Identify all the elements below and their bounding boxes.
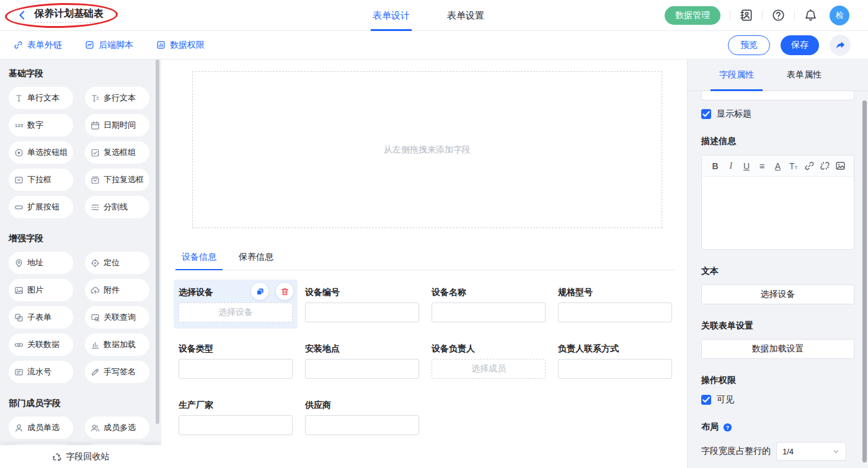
field-pill[interactable]: 成员多选 [85, 417, 149, 439]
field-label: 设备名称 [432, 286, 546, 298]
field-input[interactable] [305, 415, 419, 435]
form-field[interactable]: 负责人联系方式 [553, 336, 677, 385]
field-pill[interactable]: 定位 [85, 252, 149, 274]
tab-field-properties[interactable]: 字段属性 [719, 60, 754, 91]
help-icon[interactable] [772, 9, 785, 22]
align-icon[interactable]: ≡ [757, 161, 768, 171]
header-tabs: 表单设计 表单设置 [373, 0, 484, 31]
field-pill[interactable]: 下拉复选框 [85, 169, 149, 191]
header-left: 保养计划基础表 [0, 7, 104, 23]
form-title[interactable]: 保养计划基础表 [34, 7, 104, 23]
link-icon[interactable] [804, 161, 815, 171]
question-icon[interactable]: ? [723, 423, 732, 432]
field-pill[interactable]: 子表单 [9, 306, 73, 329]
underline-icon[interactable]: U [742, 161, 752, 171]
toolbar-link-link[interactable]: 表单外链 [14, 40, 62, 51]
field-input[interactable] [179, 415, 293, 435]
field-pill[interactable]: 单行文本 [9, 87, 73, 109]
save-button[interactable]: 保存 [781, 35, 819, 55]
dropzone[interactable]: 从左侧拖拽来添加字段 [192, 71, 662, 228]
field-pill[interactable]: 日期时间 [85, 114, 149, 136]
tab-maintenance-info[interactable]: 保养信息 [236, 247, 277, 270]
image-icon[interactable] [835, 161, 846, 171]
field-palette-sidebar: 基础字段单行文本多行文本123数字日期时间单选按钮组复选框组下拉框下拉复选框扩展… [0, 60, 161, 468]
field-actions [251, 283, 293, 300]
field-pill[interactable]: 数据加载 [85, 333, 149, 356]
panel-scrollbar[interactable] [862, 100, 867, 462]
bell-icon[interactable] [804, 9, 817, 22]
preview-button[interactable]: 预览 [728, 35, 770, 55]
field-pill[interactable]: 123数字 [9, 114, 73, 136]
copy-button[interactable] [251, 283, 268, 300]
field-input[interactable] [305, 302, 419, 322]
avatar[interactable]: 检 [830, 6, 849, 25]
field-pill[interactable]: 地址 [9, 252, 73, 274]
share-arrow-icon [835, 40, 846, 50]
select-device-setting-button[interactable]: 选择设备 [701, 285, 854, 304]
field-title-input-partial[interactable] [701, 91, 854, 100]
contact-book-icon[interactable] [740, 9, 753, 22]
delete-button[interactable] [276, 283, 293, 300]
unlink-icon[interactable] [820, 161, 830, 171]
description-content[interactable] [702, 177, 854, 249]
sidebar-scrollbar[interactable] [156, 60, 159, 424]
field-pill[interactable]: 关联数据 [9, 333, 73, 356]
field-pill[interactable]: 单选按钮组 [9, 141, 73, 164]
field-label: 安装地点 [305, 342, 419, 355]
form-field-selected[interactable]: 选择设备选择设备 [174, 280, 298, 329]
bold-icon[interactable]: B [710, 161, 720, 171]
field-input[interactable] [432, 302, 546, 322]
field-pill[interactable]: 成员单选 [9, 417, 73, 439]
data-load-icon [91, 340, 100, 350]
form-field[interactable]: 供应商 [300, 392, 424, 441]
field-input[interactable] [558, 302, 672, 322]
show-title-checkbox[interactable] [701, 109, 711, 119]
italic-icon[interactable]: I [725, 161, 736, 171]
lookup-icon [91, 313, 100, 322]
form-field[interactable]: 设备类型 [174, 336, 298, 385]
field-pill-label: 复选框组 [104, 147, 136, 158]
form-field[interactable]: 设备编号 [300, 280, 424, 329]
tab-form-design[interactable]: 表单设计 [373, 0, 410, 31]
field-placeholder: 选择设备 [218, 307, 253, 318]
field-pill-label: 地址 [27, 257, 43, 268]
field-pill[interactable]: 手写签名 [85, 361, 149, 383]
form-field[interactable]: 生产厂家 [174, 392, 298, 441]
field-recycle-bin[interactable]: 字段回收站 [0, 445, 161, 468]
field-input[interactable]: 选择设备 [179, 302, 293, 322]
tab-device-info[interactable]: 设备信息 [179, 247, 219, 270]
data-manage-button[interactable]: 数据管理 [665, 6, 720, 25]
font-color-icon[interactable]: A [773, 161, 783, 171]
field-pill[interactable]: 下拉框 [9, 169, 73, 191]
divider [762, 11, 763, 20]
toolbar-link-script[interactable]: 后端脚本 [85, 40, 133, 51]
tab-form-properties[interactable]: 表单属性 [787, 60, 822, 91]
back-icon[interactable] [17, 10, 27, 20]
form-field[interactable]: 设备负责人选择成员 [427, 336, 551, 385]
field-pill[interactable]: 分割线 [85, 196, 149, 218]
form-field[interactable]: 规格型号 [553, 280, 677, 329]
tab-form-settings[interactable]: 表单设置 [447, 0, 484, 31]
field-input[interactable] [558, 359, 672, 379]
field-pill[interactable]: 图片 [9, 279, 73, 301]
form-field-grid: 选择设备选择设备设备编号设备名称规格型号设备类型安装地点设备负责人选择成员负责人… [174, 280, 687, 441]
field-input[interactable] [305, 359, 419, 379]
field-pill[interactable]: 关联查询 [85, 306, 149, 329]
field-input[interactable]: 选择成员 [432, 359, 546, 379]
field-input[interactable] [179, 359, 293, 379]
radio-group-icon [14, 148, 24, 157]
font-size-icon[interactable]: TT [788, 161, 799, 171]
field-pill[interactable]: 复选框组 [85, 141, 149, 164]
toolbar-link-data-permission[interactable]: 数据权限 [156, 40, 205, 51]
form-field[interactable]: 设备名称 [427, 280, 551, 329]
field-label: 设备类型 [179, 342, 293, 355]
data-load-settings-button[interactable]: 数据加载设置 [701, 339, 854, 359]
field-pill[interactable]: 扩展按钮 [9, 196, 73, 218]
field-pill[interactable]: 多行文本 [85, 87, 149, 109]
share-button[interactable] [830, 35, 851, 56]
field-pill[interactable]: 附件 [85, 279, 149, 301]
visible-checkbox[interactable] [701, 395, 711, 405]
form-field[interactable]: 安装地点 [300, 336, 424, 385]
field-pill[interactable]: 流水号 [9, 361, 73, 383]
field-width-select[interactable]: 1/4 [776, 442, 846, 461]
